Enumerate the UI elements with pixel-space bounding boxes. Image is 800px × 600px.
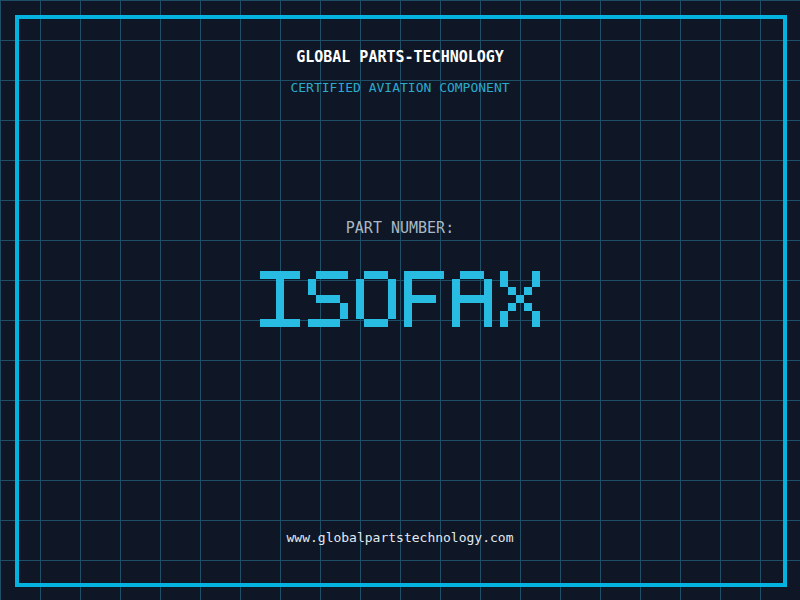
website-url: www.globalpartstechnology.com [0, 531, 800, 544]
company-name: GLOBAL PARTS-TECHNOLOGY [0, 50, 800, 65]
part-number-label: PART NUMBER: [0, 221, 800, 236]
certificate-page: GLOBAL PARTS-TECHNOLOGY CERTIFIED AVIATI… [0, 0, 800, 600]
certification-tagline: CERTIFIED AVIATION COMPONENT [0, 81, 800, 94]
part-number-value [0, 271, 800, 327]
